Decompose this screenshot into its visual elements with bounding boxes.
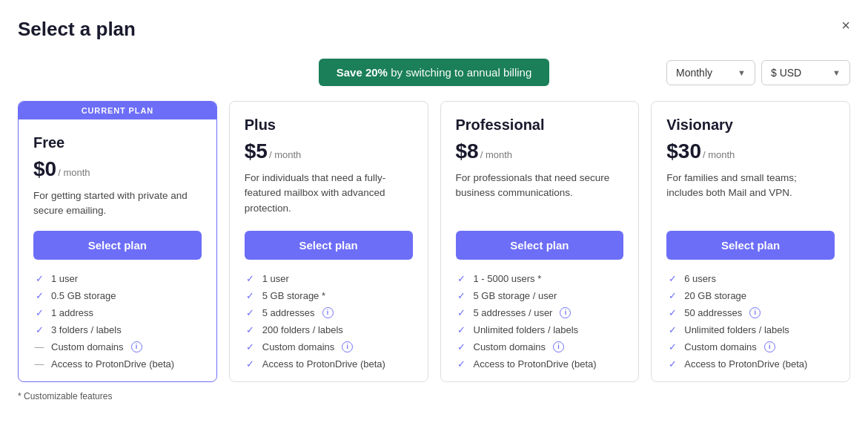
plan-name: Professional (456, 117, 624, 134)
feature-text: Unlimited folders / labels (684, 324, 789, 335)
feature-text: Access to ProtonDrive (beta) (474, 358, 597, 370)
footnote: * Customizable features (18, 391, 850, 401)
save-banner-rest: by switching to annual billing (388, 66, 531, 79)
info-icon[interactable]: i (322, 307, 334, 318)
billing-period-label: Monthly (676, 67, 712, 79)
feature-text: Custom domains (51, 341, 124, 352)
feature-item: ✓ Custom domainsi (245, 341, 413, 352)
check-icon: ✓ (33, 307, 45, 318)
plan-name: Free (33, 134, 202, 151)
plan-body: Visionary $30 / month For families and s… (652, 102, 849, 381)
check-icon: ✓ (245, 307, 256, 318)
feature-item: ✓ Access to ProtonDrive (beta) (245, 358, 413, 370)
plan-description: For families and small teams; includes b… (666, 171, 835, 219)
plan-name: Visionary (666, 117, 835, 134)
select-plan-button[interactable]: Select plan (245, 231, 413, 260)
feature-text: 200 folders / labels (262, 324, 343, 335)
info-icon[interactable]: i (560, 307, 571, 318)
currency-label: $ USD (771, 67, 801, 79)
feature-item: ✓ 5 GB storage / user (456, 290, 624, 301)
feature-item: ✓ 1 address (33, 307, 202, 318)
check-icon: ✓ (456, 307, 468, 318)
check-icon: ✓ (666, 341, 678, 352)
controls-right: Monthly ▼ $ USD ▼ (666, 60, 850, 85)
chevron-down-icon: ▼ (832, 68, 841, 77)
select-plan-button[interactable]: Select plan (33, 231, 202, 260)
feature-item: ✓ 5 GB storage * (245, 290, 413, 301)
dialog-header: Select a plan × (18, 18, 850, 41)
select-plan-button[interactable]: Select plan (666, 231, 835, 260)
feature-text: Custom domains (684, 341, 757, 352)
price-period: / month (480, 149, 512, 160)
feature-item: ✓ 200 folders / labels (245, 324, 413, 335)
feature-item: ✓ Custom domainsi (666, 341, 835, 352)
feature-text: 5 GB storage / user (474, 290, 557, 301)
billing-period-dropdown[interactable]: Monthly ▼ (666, 60, 755, 85)
plan-description: For professionals that need secure busin… (456, 171, 624, 219)
check-icon: ✓ (666, 307, 678, 318)
save-banner-bold: Save 20% (337, 66, 388, 79)
feature-text: Access to ProtonDrive (beta) (684, 358, 807, 370)
feature-text: Access to ProtonDrive (beta) (51, 358, 174, 370)
plan-description: For getting started with private and sec… (33, 188, 202, 219)
info-icon[interactable]: i (749, 307, 761, 318)
features-list: ✓ 1 user ✓ 0.5 GB storage ✓ 1 address ✓ … (33, 273, 202, 370)
feature-item: — Access to ProtonDrive (beta) (33, 358, 202, 370)
plan-card-plus: Plus $5 / month For individuals that nee… (229, 101, 428, 382)
check-icon: ✓ (245, 273, 256, 284)
price-amount: $8 (456, 140, 479, 163)
feature-text: 5 addresses (262, 307, 315, 318)
feature-item: ✓ 1 - 5000 users * (456, 273, 624, 284)
feature-text: 1 - 5000 users * (474, 273, 542, 284)
feature-text: 1 user (262, 273, 289, 284)
dash-icon: — (33, 358, 45, 370)
feature-text: 1 user (51, 273, 78, 284)
plan-card-free: CURRENT PLAN Free $0 / month For getting… (18, 101, 217, 382)
info-icon[interactable]: i (764, 341, 775, 352)
feature-text: 0.5 GB storage (51, 290, 116, 301)
feature-item: — Custom domainsi (33, 341, 202, 352)
feature-text: Custom domains (474, 341, 546, 352)
check-icon: ✓ (456, 273, 468, 284)
price-amount: $0 (33, 157, 56, 181)
check-icon: ✓ (245, 341, 256, 352)
feature-item: ✓ Access to ProtonDrive (beta) (666, 358, 835, 370)
features-list: ✓ 1 user ✓ 5 GB storage * ✓ 5 addressesi… (245, 273, 413, 370)
price-period: / month (58, 167, 90, 178)
price-amount: $5 (245, 140, 268, 163)
price-amount: $30 (666, 140, 701, 163)
feature-text: Access to ProtonDrive (beta) (262, 358, 385, 370)
plan-price: $30 / month (666, 140, 835, 163)
check-icon: ✓ (33, 324, 45, 335)
price-period: / month (703, 149, 735, 160)
plan-body: Free $0 / month For getting started with… (19, 119, 216, 381)
plan-description: For individuals that need a fully-featur… (245, 171, 413, 219)
feature-text: Custom domains (262, 341, 335, 352)
feature-text: 6 users (684, 273, 716, 284)
feature-item: ✓ 5 addresses / useri (456, 307, 624, 318)
feature-item: ✓ 0.5 GB storage (33, 290, 202, 301)
feature-item: ✓ 6 users (666, 273, 835, 284)
feature-text: 50 addresses (684, 307, 742, 318)
feature-text: 5 GB storage * (262, 290, 325, 301)
currency-dropdown[interactable]: $ USD ▼ (761, 60, 850, 85)
check-icon: ✓ (456, 324, 468, 335)
info-icon[interactable]: i (553, 341, 564, 352)
plan-name: Plus (245, 117, 413, 134)
check-icon: ✓ (456, 290, 468, 301)
check-icon: ✓ (456, 358, 468, 370)
feature-text: 5 addresses / user (474, 307, 553, 318)
info-icon[interactable]: i (131, 341, 142, 352)
feature-item: ✓ 1 user (245, 273, 413, 284)
check-icon: ✓ (666, 324, 678, 335)
features-list: ✓ 1 - 5000 users * ✓ 5 GB storage / user… (456, 273, 624, 370)
check-icon: ✓ (666, 273, 678, 284)
plan-body: Professional $8 / month For professional… (441, 102, 639, 381)
page-title: Select a plan (18, 18, 136, 41)
select-plan-button[interactable]: Select plan (456, 231, 624, 260)
feature-item: ✓ 3 folders / labels (33, 324, 202, 335)
info-icon[interactable]: i (342, 341, 353, 352)
close-button[interactable]: × (841, 18, 850, 33)
feature-item: ✓ 5 addressesi (245, 307, 413, 318)
current-plan-badge: CURRENT PLAN (19, 102, 216, 119)
